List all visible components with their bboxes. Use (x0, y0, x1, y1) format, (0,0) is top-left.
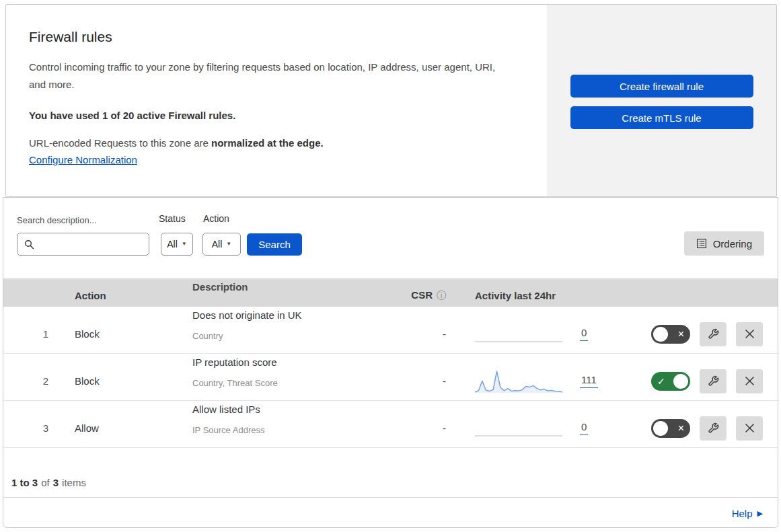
search-icon (24, 239, 34, 250)
search-input-wrapper[interactable] (17, 233, 149, 256)
wrench-icon (708, 375, 719, 387)
overview-card: Firewall rules Control incoming traffic … (5, 4, 777, 197)
rule-description-cell: Allow listed IPs IP Source Address (188, 401, 387, 439)
items-total: 3 (53, 477, 59, 488)
rule-criteria: Country, Threat Score (192, 375, 387, 392)
rules-list-card: Search description... Status All ▼ Actio… (3, 197, 778, 528)
rule-controls: ✓ × (629, 322, 778, 346)
close-icon (745, 329, 755, 339)
rule-priority: 1 (3, 328, 71, 340)
rule-enabled-toggle[interactable]: ✓ × (651, 419, 690, 438)
activity-count-link[interactable]: 0 (580, 327, 588, 341)
cross-icon: × (678, 329, 684, 340)
search-input[interactable] (39, 238, 149, 250)
rule-controls: ✓ × (629, 416, 778, 441)
status-label: Status (159, 213, 186, 224)
create-mtls-rule-button[interactable]: Create mTLS rule (570, 106, 753, 129)
rule-description: Allow listed IPs (192, 401, 387, 418)
activity-sparkline (475, 321, 562, 347)
items-of: of (41, 477, 50, 488)
normalization-text: URL-encoded Requests to this zone are (29, 137, 211, 149)
ordering-label: Ordering (713, 238, 752, 250)
rule-action: Block (71, 328, 188, 340)
normalization-bold: normalized at the edge. (211, 137, 324, 149)
rule-controls: ✓ × (629, 369, 778, 393)
page-description: Control incoming traffic to your zone by… (29, 59, 513, 93)
edit-rule-button[interactable] (700, 322, 727, 346)
activity-count-link[interactable]: 0 (580, 421, 588, 435)
rule-activity-cell: 0 (454, 416, 629, 441)
rule-csr: - (387, 328, 454, 340)
help-arrow-icon: ▶ (757, 510, 763, 517)
help-label: Help (732, 508, 753, 519)
page-title: Firewall rules (29, 29, 520, 45)
pagination-summary: 1 to 3 of 3 items (3, 448, 778, 497)
configure-normalization-link[interactable]: Configure Normalization (29, 154, 137, 165)
rule-csr: - (387, 375, 454, 387)
rule-enabled-toggle[interactable]: ✓ × (651, 372, 690, 391)
column-csr: CSRⓘ (387, 289, 454, 302)
csr-label: CSR (411, 289, 433, 301)
rule-criteria: IP Source Address (192, 422, 387, 439)
table-header: Action Description CSRⓘ Activity last 24… (3, 278, 778, 307)
wrench-icon (708, 422, 719, 434)
rule-priority: 3 (3, 422, 71, 434)
rule-criteria: Country (192, 328, 387, 345)
toggle-knob (653, 421, 668, 436)
edit-rule-button[interactable] (700, 369, 727, 393)
firewall-rules-page: Firewall rules Control incoming traffic … (0, 0, 781, 532)
status-dropdown[interactable]: All ▼ (161, 233, 193, 256)
filter-bar: Search description... Status All ▼ Actio… (3, 198, 778, 278)
rule-csr: - (387, 422, 454, 434)
chevron-down-icon: ▼ (182, 241, 187, 247)
activity-sparkline (475, 416, 562, 441)
ordering-icon (696, 238, 707, 249)
ordering-button[interactable]: Ordering (684, 231, 764, 256)
edit-rule-button[interactable] (700, 416, 727, 441)
status-value: All (167, 239, 178, 250)
table-row: 2 Block IP reputation score Country, Thr… (3, 354, 778, 401)
table-row: 3 Allow Allow listed IPs IP Source Addre… (3, 401, 778, 448)
column-action: Action (71, 290, 188, 301)
chevron-down-icon: ▼ (226, 241, 231, 247)
items-range: 1 to 3 (11, 477, 38, 488)
create-firewall-rule-button[interactable]: Create firewall rule (570, 75, 753, 98)
info-icon[interactable]: ⓘ (437, 290, 446, 301)
rule-description: Does not originate in UK (192, 307, 387, 324)
rule-description-cell: Does not originate in UK Country (188, 307, 387, 345)
close-icon (745, 423, 755, 433)
rule-activity-cell: 111 (454, 369, 629, 394)
action-value: All (212, 239, 223, 250)
normalization-note: URL-encoded Requests to this zone are no… (29, 137, 520, 149)
wrench-icon (708, 328, 719, 340)
table-row: 1 Block Does not originate in UK Country… (3, 307, 778, 354)
help-link[interactable]: Help ▶ (732, 508, 763, 519)
toggle-knob (653, 327, 668, 342)
rule-priority: 2 (3, 375, 71, 387)
check-icon: ✓ (657, 377, 665, 386)
activity-count-link[interactable]: 111 (580, 374, 598, 388)
rule-description-cell: IP reputation score Country, Threat Scor… (188, 354, 387, 392)
search-button[interactable]: Search (247, 233, 302, 256)
search-label: Search description... (17, 215, 97, 225)
toggle-knob (673, 374, 688, 389)
items-label: items (62, 477, 86, 488)
column-description: Description (188, 278, 387, 296)
delete-rule-button[interactable] (736, 369, 763, 393)
rule-action: Allow (71, 422, 188, 434)
close-icon (745, 376, 755, 386)
column-activity: Activity last 24hr (454, 290, 629, 301)
help-row: Help ▶ (3, 497, 778, 529)
rule-description: IP reputation score (192, 354, 387, 371)
action-dropdown[interactable]: All ▼ (202, 233, 241, 256)
rule-action: Block (71, 375, 188, 387)
usage-summary: You have used 1 of 20 active Firewall ru… (29, 110, 520, 121)
rule-enabled-toggle[interactable]: ✓ × (651, 325, 690, 344)
action-label: Action (203, 213, 229, 224)
delete-rule-button[interactable] (736, 416, 763, 441)
activity-sparkline (475, 369, 562, 394)
delete-rule-button[interactable] (736, 322, 763, 346)
overview-content: Firewall rules Control incoming traffic … (6, 5, 547, 196)
actions-panel: Create firewall rule Create mTLS rule (547, 5, 776, 196)
cross-icon: × (678, 423, 684, 434)
